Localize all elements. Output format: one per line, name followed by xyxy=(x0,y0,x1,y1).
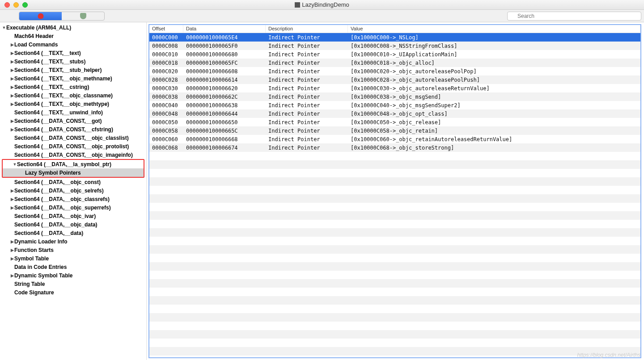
disclosure-icon[interactable]: ▶ xyxy=(10,273,14,278)
table-row[interactable]: 0000C00800000001000065F0Indirect Pointer… xyxy=(149,42,640,50)
table-body[interactable]: 0000C00000000001000065E4Indirect Pointer… xyxy=(149,33,640,357)
table-row-empty xyxy=(149,262,640,271)
table-row-empty xyxy=(149,254,640,262)
disclosure-icon[interactable]: ▶ xyxy=(10,256,14,261)
disclosure-icon[interactable]: ▶ xyxy=(10,76,14,81)
cell-offset: 0000C000 xyxy=(149,34,183,41)
cell-offset: 0000C060 xyxy=(149,136,183,142)
cell-data: 00000001000065F0 xyxy=(183,43,266,49)
tree-item[interactable]: ▶Section64 (__DATA_CONST,__cfstring) xyxy=(0,125,146,134)
disclosure-icon[interactable]: ▶ xyxy=(10,102,14,106)
tree-item[interactable]: ▶Section64 (__TEXT,__objc_methtype) xyxy=(0,100,146,108)
cell-value: [0x10000C058->_objc_retain] xyxy=(348,128,640,134)
tree-item[interactable]: ▶Section64 (__TEXT,__cstring) xyxy=(0,83,146,91)
tree-item[interactable]: ▶Symbol Table xyxy=(0,254,146,263)
segment-left[interactable] xyxy=(19,12,62,20)
tree-item[interactable]: Section64 (__DATA_CONST,__objc_imageinfo… xyxy=(0,151,146,159)
tree-item[interactable]: Section64 (__DATA_CONST,__objc_protolist… xyxy=(0,142,146,151)
tree-item[interactable]: Mach64 Header xyxy=(0,32,146,40)
table-row[interactable]: 0000C038000000010000662CIndirect Pointer… xyxy=(149,92,640,101)
tree-item[interactable]: ▶Section64 (__TEXT,__objc_methname) xyxy=(0,74,146,83)
tree-item[interactable]: Data in Code Entries xyxy=(0,263,146,271)
table-row[interactable]: 0000C00000000001000065E4Indirect Pointer… xyxy=(149,33,640,42)
tree-item-label: Section64 (__TEXT,__text) xyxy=(14,50,81,56)
tree-item-label: Section64 (__DATA_CONST,__got) xyxy=(14,118,102,124)
table-row-empty xyxy=(149,245,640,254)
disclosure-icon[interactable]: ▶ xyxy=(10,68,14,72)
tree-item[interactable]: ▶Section64 (__DATA_CONST,__got) xyxy=(0,117,146,125)
disclosure-icon[interactable]: ▶ xyxy=(10,197,14,201)
cell-offset: 0000C050 xyxy=(149,119,183,126)
tree-item[interactable]: ▶Section64 (__TEXT,__text) xyxy=(0,49,146,57)
disclosure-icon[interactable]: ▶ xyxy=(10,188,14,193)
data-table[interactable]: Offset Data Description Value 0000C00000… xyxy=(148,24,641,358)
segmented-control[interactable] xyxy=(19,12,105,21)
tree-item[interactable]: ▶Section64 (__TEXT,__objc_classname) xyxy=(0,91,146,100)
col-data[interactable]: Data xyxy=(183,25,266,33)
table-row-empty xyxy=(149,296,640,305)
tree-item[interactable]: Section64 (__DATA,__objc_const) xyxy=(0,178,146,186)
col-value[interactable]: Value xyxy=(348,25,640,33)
disclosure-icon[interactable]: ▶ xyxy=(10,248,14,252)
table-row[interactable]: 0000C0200000000100006608Indirect Pointer… xyxy=(149,67,640,75)
tree-item[interactable]: ▶Section64 (__DATA,__objc_classrefs) xyxy=(0,195,146,203)
tree-item[interactable]: ▶Section64 (__TEXT,__stub_helper) xyxy=(0,66,146,74)
tree-item[interactable]: ▶Section64 (__DATA,__objc_selrefs) xyxy=(0,186,146,195)
tree-root[interactable]: ▼ Executable (ARM64_ALL) xyxy=(0,23,146,32)
table-row[interactable]: 0000C058000000010000665CIndirect Pointer… xyxy=(149,126,640,135)
tree-item[interactable]: String Table xyxy=(0,280,146,288)
cell-data: 0000000100006644 xyxy=(183,111,266,117)
cell-data: 000000010000665C xyxy=(183,128,266,134)
tree-item[interactable]: Section64 (__DATA,__objc_ivar) xyxy=(0,212,146,220)
disclosure-icon[interactable]: ▶ xyxy=(10,93,14,98)
col-offset[interactable]: Offset xyxy=(149,25,183,33)
table-row[interactable]: 0000C0480000000100006644Indirect Pointer… xyxy=(149,109,640,118)
sidebar[interactable]: ▼ Executable (ARM64_ALL) Mach64 Header▶L… xyxy=(0,22,147,360)
col-description[interactable]: Description xyxy=(266,25,348,33)
tree-item[interactable]: ▶Dynamic Loader Info xyxy=(0,237,146,246)
cell-data: 0000000100006680 xyxy=(183,51,266,58)
table-row-empty xyxy=(149,203,640,211)
search-box[interactable] xyxy=(507,12,641,21)
segment-right[interactable] xyxy=(62,12,104,20)
tree-item[interactable]: Section64 (__DATA,__objc_data) xyxy=(0,220,146,229)
cell-value: [0x10000C030->_objc_autoreleaseReturnVal… xyxy=(348,85,640,92)
disclosure-icon[interactable]: ▼ xyxy=(2,25,6,30)
tree-item[interactable]: ▶Function Starts xyxy=(0,246,146,254)
disclosure-icon[interactable]: ▼ xyxy=(13,162,17,167)
cell-desc: Indirect Pointer xyxy=(266,85,348,92)
tree-item-label: String Table xyxy=(14,281,45,287)
tree-item[interactable]: Code Signature xyxy=(0,288,146,297)
disclosure-icon[interactable]: ▶ xyxy=(10,85,14,89)
tree-item[interactable]: ▼Section64 (__DATA,__la_symbol_ptr) xyxy=(3,160,144,168)
disclosure-icon[interactable]: ▶ xyxy=(10,119,14,123)
table-row-empty xyxy=(149,220,640,228)
disclosure-icon[interactable]: ▶ xyxy=(10,42,14,47)
disclosure-icon[interactable]: ▶ xyxy=(10,127,14,132)
tree-item[interactable]: Section64 (__DATA_CONST,__objc_classlist… xyxy=(0,134,146,142)
table-row[interactable]: 0000C0600000000100006668Indirect Pointer… xyxy=(149,135,640,143)
table-row[interactable]: 0000C0100000000100006680Indirect Pointer… xyxy=(149,50,640,59)
watermark: https://blog.csdn.net/Airths xyxy=(577,352,640,358)
table-row[interactable]: 0000C01800000001000065FCIndirect Pointer… xyxy=(149,59,640,67)
table-row[interactable]: 0000C0300000000100006620Indirect Pointer… xyxy=(149,84,640,92)
cell-value: [0x10000C010->_UIApplicationMain] xyxy=(348,51,640,58)
tree-item[interactable]: ▶Load Commands xyxy=(0,40,146,49)
tree-item[interactable]: ▶Section64 (__DATA,__objc_superrefs) xyxy=(0,203,146,212)
tree-item[interactable]: Section64 (__DATA,__data) xyxy=(0,229,146,237)
table-row[interactable]: 0000C0500000000100006650Indirect Pointer… xyxy=(149,118,640,126)
tree-item[interactable]: Section64 (__TEXT,__unwind_info) xyxy=(0,108,146,117)
table-row[interactable]: 0000C0280000000100006614Indirect Pointer… xyxy=(149,75,640,84)
disclosure-icon[interactable]: ▶ xyxy=(10,51,14,55)
disclosure-icon[interactable]: ▶ xyxy=(10,239,14,244)
cell-value: [0x10000C050->_objc_release] xyxy=(348,119,640,126)
tree-item[interactable]: ▶Section64 (__TEXT,__stubs) xyxy=(0,57,146,66)
tree-item[interactable]: ▶Dynamic Symbol Table xyxy=(0,271,146,280)
disclosure-icon[interactable]: ▶ xyxy=(10,59,14,64)
disclosure-icon[interactable]: ▶ xyxy=(10,205,14,210)
table-row[interactable]: 0000C0680000000100006674Indirect Pointer… xyxy=(149,143,640,152)
search-input[interactable] xyxy=(507,12,641,21)
table-row[interactable]: 0000C0400000000100006638Indirect Pointer… xyxy=(149,101,640,109)
tree-item-label: Load Commands xyxy=(14,42,58,48)
tree-item[interactable]: Lazy Symbol Pointers xyxy=(3,168,144,177)
